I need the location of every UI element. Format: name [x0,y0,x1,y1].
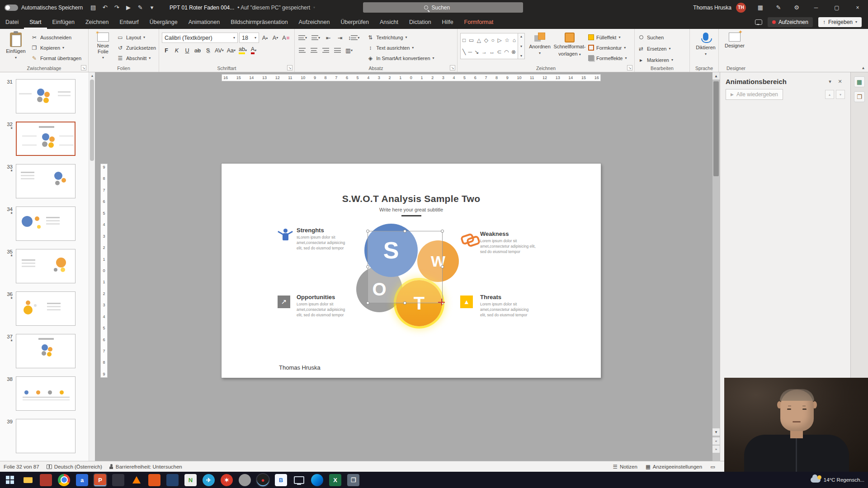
tab-zeichnen[interactable]: Zeichnen [80,15,114,29]
shape-icon[interactable]: → [481,49,487,55]
autosave-toggle[interactable] [5,5,18,11]
shape-icon[interactable]: ⌂ [513,37,516,43]
grow-font-button[interactable]: A▴ [260,33,269,42]
shape-outline-button[interactable]: Formkontur ▾ [588,43,627,52]
italic-button[interactable]: K [172,46,181,55]
slide-thumb-33[interactable]: 33 * [0,160,89,202]
tab-einfuegen[interactable]: Einfügen [47,15,80,29]
character-spacing-button[interactable]: AV▾ [214,46,225,55]
tab-aufzeichnen[interactable]: Aufzeichnen [293,15,335,29]
ta skbar-chrome[interactable] [58,474,70,486]
slide-title[interactable]: S.W.O.T Analysis Sample Two [222,193,601,204]
shape-icon[interactable]: ◠ [504,49,509,55]
slide-thumb-32[interactable]: 32 * [0,117,89,160]
shape-icon[interactable]: ↘ [474,49,479,55]
bold-button[interactable]: F [162,46,171,55]
layout-button[interactable]: ▭ Layout ▾ [117,33,156,42]
taskbar-app-blue-b[interactable]: B [275,474,287,486]
shape-icon[interactable]: ⊂ [497,49,502,55]
play-all-button[interactable]: ▶ Alle wiedergeben [726,89,783,100]
next-slide-button[interactable]: » [712,446,720,453]
tab-uebergaenge[interactable]: Übergänge [144,15,183,29]
normal-view-button[interactable]: ▭ [710,464,715,470]
font-color-button[interactable]: A▾ [249,46,258,55]
designer-button[interactable]: Designer [722,31,748,49]
scrollbar-thumb[interactable] [713,81,719,176]
selection-handle[interactable] [366,301,369,305]
scrollbar-thumb[interactable] [90,80,94,161]
cut-button[interactable]: ✂ Ausschneiden [31,33,81,42]
clipboard-dialog-launcher[interactable]: ↘ [81,65,86,70]
taskbar-start[interactable] [4,474,16,486]
record-button[interactable]: Aufzeichnen [768,17,813,27]
font-size-combo[interactable]: 18 ▾ [239,33,259,43]
shapes-scroll-up[interactable]: ▴ [520,34,522,38]
taskbar-app-orange[interactable] [148,474,160,486]
shape-icon[interactable]: ─ [468,49,472,55]
slide-thumbnail-image[interactable] [16,206,75,241]
copy-button[interactable]: ❐ Kopieren ▾ [31,43,81,52]
taskbar-powerpoint[interactable]: P [94,474,106,486]
search-box[interactable] [363,2,523,13]
shape-icon[interactable]: ⊗ [511,49,516,55]
apps-grid-icon[interactable]: ▦ [751,0,769,15]
selection-handle[interactable] [366,230,369,233]
arrange-button[interactable]: Anordnen ▾ [527,31,553,64]
taskbar-excel[interactable]: X [329,474,341,486]
tab-dictation[interactable]: Dictation [404,15,437,29]
horizontal-ruler[interactable]: 1615141312111098765432101234567891011121… [222,74,601,81]
decrease-indent-button[interactable]: ⇤ [324,33,333,42]
slide-thumbnail-image[interactable] [16,291,75,326]
taskbar-app-a[interactable]: a [76,474,88,486]
text-direction-button[interactable]: ⇅ Textrichtung ▾ [367,33,434,42]
slide-author[interactable]: Thomas Hruska [279,364,321,371]
align-right-button[interactable] [321,46,330,55]
shape-icon[interactable]: ↔ [489,49,495,55]
selection-handle[interactable] [403,301,406,305]
strengths-text-block[interactable]: Strenghts sLorem ipsum dolor sit amet,co… [297,227,355,251]
strikethrough-button[interactable]: ab [193,46,202,55]
section-button[interactable]: ☰ Abschnitt ▾ [117,54,156,62]
move-later-button[interactable]: ▾ [836,90,845,99]
slide-thumbnail-image[interactable] [16,419,75,453]
minimize-button[interactable]: ─ [806,0,826,15]
proofing-status[interactable]: Deutsch (Österreich) [47,464,102,469]
increase-indent-button[interactable]: ⇥ [335,33,344,42]
vertical-ruler[interactable]: 9876543210123456789 [100,164,108,378]
text-shadow-button[interactable]: S [203,46,212,55]
thumbnail-scrollbar[interactable]: ▲ [89,72,95,461]
slide-thumb-34[interactable]: 34 * [0,202,89,245]
slide-thumb-35[interactable]: 35 * [0,245,89,287]
dictate-button[interactable]: Diktieren ▾ [693,31,719,56]
save-icon[interactable]: ▤ [87,2,99,14]
quick-styles-button[interactable]: Schnellformat- vorlagen ▾ [555,31,585,64]
selection-rectangle[interactable] [368,231,443,303]
display-settings-button[interactable]: ▦ Anzeigeeinstellungen [646,464,702,470]
shapes-scroll-down[interactable]: ▾ [520,44,522,48]
pane-close-button[interactable]: ✕ [835,79,845,84]
slide-thumb-36[interactable]: 36 * [0,287,89,330]
customize-quick-access-icon[interactable]: ▾ [146,2,158,14]
editor-scrollbar[interactable]: ▲ ▼ « » [712,72,720,461]
new-slide-button[interactable]: Neue Folie ▾ [91,31,115,64]
scroll-up-arrow[interactable]: ▲ [712,72,720,80]
tab-formformat[interactable]: Formformat [459,15,499,29]
taskbar-app-navy[interactable] [166,474,179,486]
tab-ansicht[interactable]: Ansicht [374,15,404,29]
slide-canvas[interactable]: S.W.O.T Analysis Sample Two Write here y… [222,164,601,378]
tab-bildschirmpraesentation[interactable]: Bildschirmpräsentation [225,15,293,29]
shape-icon[interactable]: ◇ [484,37,488,43]
scroll-up-arrow[interactable]: ▲ [89,72,95,79]
shapes-more[interactable]: ▾ [520,54,522,58]
justify-button[interactable] [333,46,342,55]
shape-icon[interactable]: ☆ [505,37,509,43]
shape-icon[interactable]: ╲ [462,49,466,55]
align-text-button[interactable]: ↕ Text ausrichten ▾ [367,43,434,52]
slide-thumb-38[interactable]: 38 [0,372,89,415]
taskbar-weather[interactable]: 14°C Regensch... [811,477,864,483]
taskbar-remote-monitor[interactable] [293,474,305,486]
slide-thumb-31[interactable]: 31 [0,75,89,117]
shape-icon[interactable]: ▷ [497,37,501,43]
paste-button[interactable]: Einfügen ▾ [3,31,29,64]
close-button[interactable]: × [847,0,868,15]
